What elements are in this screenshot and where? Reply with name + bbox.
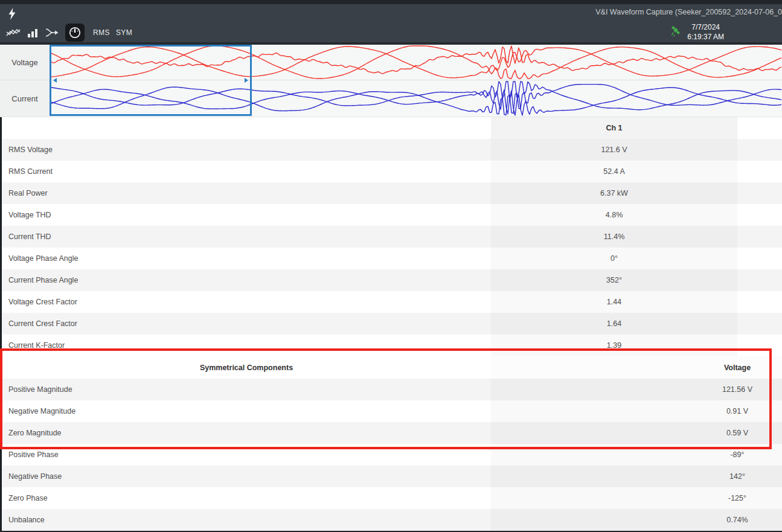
table-row: Negative Magnitude 0.91 V [2,400,782,422]
row-value: -125° [614,487,782,509]
waveform-capture-app: V&I Waveform Capture (Seeker_200592_2024… [0,0,782,532]
table-row: RMS Voltage 121.6 V [2,139,782,161]
table-row: Voltage Crest Factor 1.44 [2,291,782,313]
selection-right-handle-icon[interactable] [245,78,248,83]
row-label: Negative Phase [2,472,62,481]
row-label: Voltage THD [2,211,51,219]
row-label: Negative Magnitude [2,407,75,415]
table-row: Current Crest Factor 1.64 [2,313,782,335]
row-value: 4.8% [491,204,737,226]
phasor-flow-icon[interactable] [43,25,60,40]
row-label: RMS Current [2,167,53,176]
row-value: -89° [614,444,782,466]
waveform-channel-labels: Voltage Current [0,45,50,117]
row-label: Voltage Crest Factor [2,298,77,306]
row-label: Positive Magnitude [2,385,72,394]
current-channel-label: Current [0,80,50,117]
capture-title: V&I Waveform Capture (Seeker_200592_2024… [595,8,782,16]
table-row: Current THD 11.4% [2,226,782,248]
row-value: 0.59 V [614,422,782,444]
table-row: Unbalance 0.74% [2,509,782,531]
table-row: Negative Phase 142° [2,466,782,487]
table-row: Real Power 6.37 kW [2,182,782,204]
table-row: Zero Phase -125° [2,487,782,509]
row-value: 1.39 [491,335,737,356]
capture-time: 6:19:37 AM [687,33,724,42]
capture-date: 7/7/2024 [687,23,724,33]
sym-menu-item[interactable]: SYM [116,28,132,37]
gps-status-block: 7/7/2024 6:19:37 AM [670,23,724,42]
row-value: 11.4% [491,226,737,248]
row-value: 121.56 V [614,379,782,400]
symmetrical-rows: Positive Magnitude 121.56 V Negative Mag… [2,379,782,531]
toolbar: RMS SYM 7/7/2024 6:19:37 AM [0,23,782,42]
row-label: Current THD [2,232,51,241]
table-row: Voltage THD 4.8% [2,204,782,226]
table-row: Positive Magnitude 121.56 V [2,379,782,400]
row-value: 142° [614,466,782,487]
row-label: Current Phase Angle [2,276,78,284]
app-header: V&I Waveform Capture (Seeker_200592_2024… [0,0,782,45]
row-value: 0.74% [614,509,782,531]
table-header-row: Ch 1 [2,117,782,139]
row-value: 0° [491,248,737,269]
measurement-rows: RMS Voltage 121.6 V RMS Current 52.4 A R… [2,139,782,356]
measurements-table: Ch 1 RMS Voltage 121.6 V RMS Current 52.… [0,117,782,532]
row-value: 1.64 [491,313,737,335]
row-value: 6.37 kW [491,182,737,204]
dial-meter-icon[interactable] [65,24,85,42]
window-top-strip [0,0,782,4]
voltage-channel-label: Voltage [0,45,50,80]
row-label: Positive Phase [2,450,59,459]
table-row: Zero Magnitude 0.59 V [2,422,782,444]
table-row: Positive Phase -89° [2,444,782,466]
symmetrical-components-header-row: Symmetrical Components Voltage [2,356,782,379]
row-label: Real Power [2,189,48,197]
row-label: Zero Phase [2,494,48,502]
lightning-bolt-icon [8,8,16,20]
channel-column-header: Ch 1 [491,117,737,139]
title-bar: V&I Waveform Capture (Seeker_200592_2024… [0,4,782,23]
row-value: 352° [491,269,737,291]
capture-datetime: 7/7/2024 6:19:37 AM [687,23,724,42]
rms-menu-item[interactable]: RMS [93,28,110,37]
row-value: 52.4 A [491,161,737,182]
row-label: Voltage Phase Angle [2,254,78,263]
row-value: 0.91 V [614,400,782,422]
row-label: RMS Voltage [2,146,53,154]
table-row: RMS Current 52.4 A [2,161,782,182]
waveform-trend-icon[interactable] [5,25,22,40]
selection-left-handle-icon[interactable] [53,78,57,83]
table-row: Current Phase Angle 352° [2,269,782,291]
bar-chart-icon[interactable] [24,25,41,40]
table-row: Current K-Factor 1.39 [2,335,782,356]
row-value: 121.6 V [491,139,737,161]
row-label: Current K-Factor [2,341,65,350]
row-label: Unbalance [2,516,45,524]
waveform-selection-region[interactable] [50,45,252,116]
satellite-icon [670,25,682,40]
symmetrical-components-title: Symmetrical Components [2,356,491,379]
table-row: Voltage Phase Angle 0° [2,248,782,269]
voltage-column-header: Voltage [614,356,782,379]
row-label: Zero Magnitude [2,429,62,437]
waveform-panel: Voltage Current [0,45,782,117]
row-value: 1.44 [491,291,737,313]
row-label: Current Crest Factor [2,319,77,328]
